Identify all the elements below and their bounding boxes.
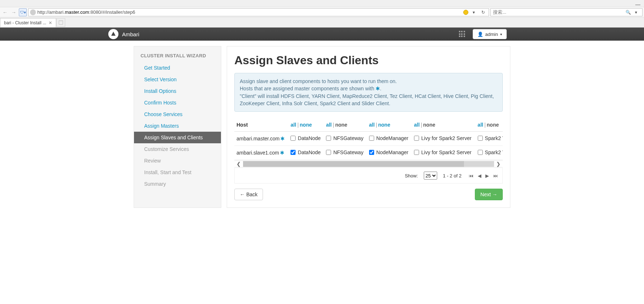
sidebar-item[interactable]: Get Started [134, 62, 221, 74]
checkbox-input[interactable] [369, 150, 374, 155]
component-label: NFSGateway [333, 135, 363, 141]
component-cell: DataNode [288, 146, 324, 160]
component-cell: Spark2 Thrift Server [476, 146, 503, 160]
select-none-link[interactable]: none [423, 122, 435, 128]
sidebar-item[interactable]: Confirm Hosts [134, 97, 221, 108]
asterisk-icon: ✱ [376, 86, 380, 91]
select-all-link[interactable]: all [326, 122, 332, 128]
checkbox-input[interactable] [290, 136, 296, 141]
checkbox-input[interactable] [478, 150, 483, 155]
admin-label: admin [485, 32, 498, 37]
scroll-thumb[interactable] [243, 161, 464, 167]
browser-tab[interactable]: bari - Cluster Install ... ✕ [0, 18, 56, 27]
window-titlebar: — [0, 0, 644, 7]
brand-logo[interactable]: Ambari [108, 29, 139, 39]
select-all-link[interactable]: all [369, 122, 375, 128]
component-label: DataNode [298, 135, 321, 141]
col-header: all|none [324, 118, 367, 132]
admin-dropdown[interactable]: 👤 admin ▾ [473, 29, 507, 39]
component-checkbox[interactable]: NFSGateway [326, 135, 363, 141]
component-label: Livy for Spark2 Server [421, 149, 472, 155]
host-cell: ambari.slave1.com✱ [234, 146, 288, 160]
search-dropdown-icon[interactable]: ▾ [632, 10, 640, 15]
select-all-link[interactable]: all [478, 122, 484, 128]
component-checkbox[interactable]: Livy for Spark2 Server [414, 135, 472, 141]
select-none-link[interactable]: none [300, 122, 312, 128]
apps-menu-icon[interactable] [459, 31, 465, 37]
back-button[interactable]: ← Back [234, 189, 263, 200]
component-checkbox[interactable]: Spark2 Thrift Server [478, 149, 503, 155]
sidebar-item[interactable]: Select Version [134, 74, 221, 85]
component-label: Spark2 Thrift Server [485, 135, 503, 141]
col-header: all|none [412, 118, 476, 132]
back-icon[interactable]: ← [1, 9, 9, 16]
shield-button[interactable]: 🛡▾ [19, 8, 27, 16]
sidebar-item[interactable]: Assign Slaves and Clients [134, 132, 221, 143]
component-checkbox[interactable]: DataNode [290, 149, 321, 155]
component-label: Livy for Spark2 Server [421, 135, 472, 141]
component-label: DataNode [298, 149, 321, 155]
prev-page-icon[interactable]: ◀ [476, 173, 483, 178]
component-cell: Livy for Spark2 Server [412, 132, 476, 146]
pager: Show: 25 1 - 2 of 2 ⏮ ◀ ▶ ⏭ [234, 168, 503, 184]
first-page-icon[interactable]: ⏮ [467, 173, 475, 178]
forward-icon[interactable]: → [10, 9, 17, 16]
component-cell: Spark2 Thrift Server [476, 132, 503, 146]
caret-down-icon: ▾ [500, 32, 502, 36]
select-none-link[interactable]: none [335, 122, 347, 128]
checkbox-input[interactable] [478, 136, 483, 141]
checkbox-input[interactable] [414, 150, 419, 155]
select-none-link[interactable]: none [378, 122, 390, 128]
scroll-left-icon[interactable]: ❮ [234, 161, 243, 167]
scroll-right-icon[interactable]: ❯ [494, 161, 503, 167]
component-checkbox[interactable]: Livy for Spark2 Server [414, 149, 472, 155]
tab-title: bari - Cluster Install ... [4, 20, 46, 25]
checkbox-input[interactable] [326, 136, 331, 141]
horizontal-scrollbar[interactable]: ❮ ❯ [234, 160, 503, 168]
next-page-icon[interactable]: ▶ [484, 173, 490, 178]
component-checkbox[interactable]: NodeManager [369, 149, 409, 155]
refresh-icon[interactable]: ↻ [479, 10, 487, 15]
component-checkbox[interactable]: NodeManager [369, 135, 409, 141]
checkbox-input[interactable] [290, 150, 296, 155]
search-icon[interactable]: 🔍 [624, 10, 632, 15]
master-asterisk-icon: ✱ [280, 150, 284, 156]
tab-strip: bari - Cluster Install ... ✕ [0, 17, 644, 28]
col-header: all|none [367, 118, 412, 132]
browser-toolbar: ← → 🛡▾ http://ambari.master.com:8080/#/i… [0, 7, 644, 17]
wizard-sidebar: CLUSTER INSTALL WIZARD Get StartedSelect… [134, 46, 221, 208]
component-checkbox[interactable]: DataNode [290, 135, 321, 141]
browser-search[interactable]: 🔍 ▾ [490, 8, 643, 16]
sidebar-item[interactable]: Install Options [134, 85, 221, 97]
page-title: Assign Slaves and Clients [234, 54, 503, 67]
checkbox-input[interactable] [414, 136, 419, 141]
sidebar-item[interactable]: Assign Masters [134, 120, 221, 132]
checkbox-input[interactable] [369, 136, 374, 141]
component-checkbox[interactable]: Spark2 Thrift Server [478, 135, 503, 141]
close-tab-icon[interactable]: ✕ [49, 20, 52, 25]
search-input[interactable] [493, 9, 624, 15]
checkbox-input[interactable] [326, 150, 331, 155]
pager-nav: ⏮ ◀ ▶ ⏭ [467, 173, 499, 178]
minimize-icon[interactable]: — [635, 1, 640, 7]
master-asterisk-icon: ✱ [280, 136, 285, 141]
hosts-table: Hostall|noneall|noneall|noneall|noneall|… [234, 118, 503, 160]
component-cell: NodeManager [367, 146, 412, 160]
col-header: all|none [288, 118, 324, 132]
new-tab-button[interactable] [57, 18, 65, 27]
page-range: 1 - 2 of 2 [443, 173, 461, 178]
last-page-icon[interactable]: ⏭ [492, 173, 499, 178]
address-bar[interactable]: http://ambari.master.com:8080/#/installe… [28, 8, 489, 16]
info-box: Assign slave and client components to ho… [234, 73, 503, 112]
component-checkbox[interactable]: NFSGateway [326, 149, 363, 155]
hosts-table-wrap: Hostall|noneall|noneall|noneall|noneall|… [234, 118, 503, 184]
select-none-link[interactable]: none [487, 122, 499, 128]
page-size-select[interactable]: 25 [424, 172, 437, 180]
select-all-link[interactable]: all [290, 122, 296, 128]
scroll-track[interactable] [243, 161, 494, 167]
next-button[interactable]: Next → [475, 189, 503, 200]
dropdown-icon[interactable]: ▾ [470, 10, 478, 15]
select-all-link[interactable]: all [414, 122, 420, 128]
sidebar-item[interactable]: Choose Services [134, 108, 221, 120]
info-line-3: "Client" will install HDFS Client, YARN … [240, 93, 497, 107]
